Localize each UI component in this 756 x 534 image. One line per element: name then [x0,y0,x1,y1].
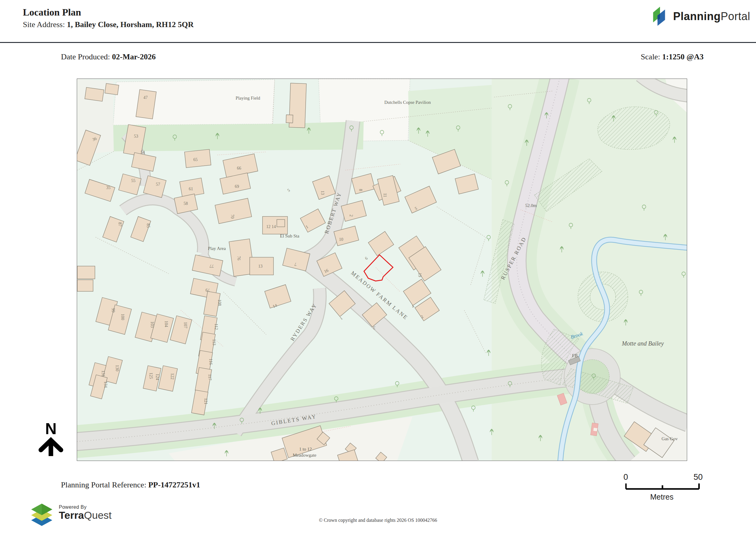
house-number: 79 [206,288,210,292]
house-number: 12 14 [266,224,276,229]
house-number: 131 [101,370,105,377]
house-number: 57 [156,182,160,187]
house-number: 117 [207,374,212,380]
house-number: 103 [150,321,154,328]
site-address-value: 1, Bailey Close, Horsham, RH12 5QR [67,20,194,29]
area-label: FB [572,353,578,358]
house-number: 134 [103,381,108,388]
location-plan-map: ROBERT WAYMEADOW FARM LANERYDERS WAYGIBL… [77,79,687,461]
location-plan-page: Location Plan Site Address: 1, Bailey Cl… [0,0,756,534]
map-scale-value: 1:1250 @A3 [662,52,704,61]
area-label: Playing Field [235,96,260,100]
house-number: 66 [237,166,241,170]
map-canvas: ROBERT WAYMEADOW FARM LANERYDERS WAYGIBL… [77,79,687,461]
house-number: 35 [106,186,111,190]
area-label: El Sub Sta [280,234,300,239]
house-number: 8 [358,189,363,191]
house-number: 124 [155,374,160,380]
north-indicator: N [34,421,68,459]
north-label: N [34,421,68,437]
house-number: 3 [373,325,375,330]
house-number: 107 [183,322,188,328]
planning-reference: Planning Portal Reference: PP-14727251v1 [61,480,200,490]
house-number: 100 [121,314,125,320]
house-number: 70 [230,214,235,218]
area-label: Dutchells Copse Pavilion [384,100,431,105]
north-arrow-icon [34,437,68,458]
feature-labels: Motte and Bailey [622,340,664,347]
house-number: 85 [146,223,150,228]
scale-bar-rule [625,483,701,491]
pp-brand-bold: Planning [673,10,721,22]
planning-reference-label: Planning Portal Reference: [61,480,146,489]
house-number: 108 [217,300,222,306]
house-number: 54 [141,150,145,155]
house-number: 47 [144,95,148,100]
date-produced-label: Date Produced: [61,52,110,61]
map-scale-label: Scale: [641,52,660,61]
house-number: 113 [212,339,216,345]
house-number: 2 [349,215,354,217]
planning-portal-wordmark: PlanningPortal [673,10,750,23]
area-label: Play Area [208,246,226,251]
house-number: 112 [214,324,219,330]
house-number: 130 [115,365,120,371]
house-number: 11 [383,193,387,197]
page-title: Location Plan [23,7,81,18]
area-label: Meadowgate [293,453,317,458]
scale-bar-start: 0 [623,472,628,482]
planning-portal-icon [651,6,669,27]
house-number: 65 [194,157,198,162]
pp-brand-light: Portal [721,10,750,22]
house-number: 19 [418,273,422,277]
area-label: 1 to 12 [299,446,312,451]
house-number: 13 [258,264,263,268]
house-number: 69 [235,184,239,189]
date-produced: Date Produced: 02-Mar-2026 [61,52,156,62]
site-address-label: Site Address: [23,20,65,29]
site-address: Site Address: 1, Bailey Close, Horsham, … [23,20,194,29]
terraquest-icon [29,502,55,528]
map-scale: Scale: 1:1250 @A3 [641,52,704,62]
house-number: 77 [210,264,214,268]
house-number: 10 [339,237,343,242]
house-number: 87 [118,222,122,226]
house-number: 13 [320,191,325,195]
scale-bar-unit: Metres [625,493,698,501]
feature-label: Motte and Bailey [622,340,664,347]
house-number: 121 [203,398,208,405]
house-number: 125 [149,373,153,379]
area-label: Gas Gov [662,436,678,441]
planning-portal-logo: PlanningPortal [651,6,750,27]
date-produced-value: 02-Mar-2026 [112,52,156,61]
house-number: 61 [189,187,193,191]
house-number: 122 [170,373,175,380]
planning-reference-value: PP-14727251v1 [148,480,200,489]
terraquest-logo: Powered By TerraQuest [29,502,112,528]
house-number: 99 [111,308,116,312]
header-divider [0,42,756,43]
copyright-notice: © Crown copyright and database rights 20… [0,518,756,523]
house-number: 55 [131,178,136,183]
area-label: 52.0m [525,203,537,208]
house-number: 104 [164,321,169,327]
house-number: 7 [294,262,296,267]
house-number: 58 [184,201,188,206]
house-number: 116 [208,359,213,365]
house-number: 53 [134,134,138,139]
house-number: 76 [236,256,241,260]
scale-bar-end: 50 [693,472,703,482]
